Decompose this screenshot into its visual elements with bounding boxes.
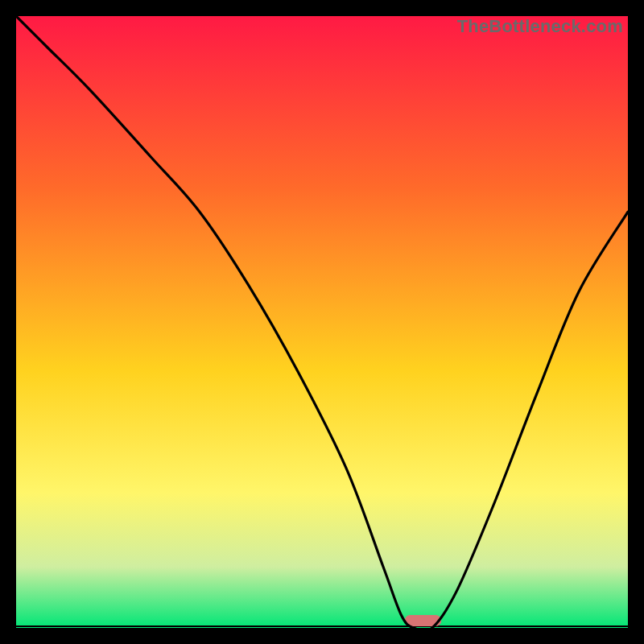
watermark-text: TheBottleneck.com	[457, 16, 623, 37]
chart-frame: TheBottleneck.com	[16, 16, 628, 628]
chart-svg	[16, 16, 628, 628]
